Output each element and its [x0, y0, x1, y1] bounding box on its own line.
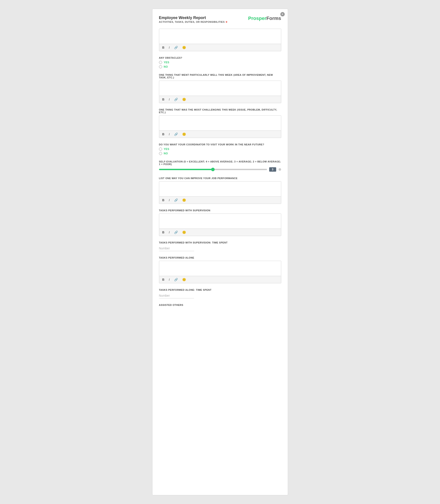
tasks-supervision-emoji-btn[interactable]: 🙂 — [181, 230, 187, 234]
logo: ProsperForms — [248, 15, 281, 21]
logo-prosper: Prosper — [248, 15, 266, 21]
tasks-alone-editor: B I 🔗 🙂 — [159, 261, 281, 283]
activities-link-btn[interactable]: 🔗 — [173, 45, 179, 50]
improve-performance-link-btn[interactable]: 🔗 — [173, 198, 179, 202]
coordinator-yes-radio[interactable] — [159, 148, 162, 151]
challenging-italic-btn[interactable]: I — [168, 132, 171, 136]
went-well-label: ONE THING THAT WENT PARTICULARLY WELL TH… — [159, 74, 281, 79]
activities-bold-btn[interactable]: B — [161, 45, 165, 50]
tasks-alone-bold-btn[interactable]: B — [161, 277, 165, 282]
close-button[interactable]: × — [280, 12, 285, 16]
went-well-emoji-btn[interactable]: 🙂 — [181, 97, 187, 102]
activities-textarea[interactable] — [159, 29, 281, 44]
obstacles-no-label[interactable]: NO — [159, 65, 281, 68]
tasks-supervision-toolbar: B I 🔗 🙂 — [159, 229, 281, 236]
tasks-supervision-italic-btn[interactable]: I — [168, 230, 171, 234]
coordinator-yes-label[interactable]: YES — [159, 148, 281, 151]
coordinator-radio-group: YES NO — [159, 148, 281, 155]
obstacles-no-radio[interactable] — [159, 65, 162, 68]
tasks-supervision-bold-btn[interactable]: B — [161, 230, 165, 234]
activities-editor: B I 🔗 🙂 — [159, 29, 281, 51]
challenging-toolbar: B I 🔗 🙂 — [159, 131, 281, 138]
self-evaluation-slider-container: 3 ⊗ — [159, 167, 281, 172]
improve-performance-bold-btn[interactable]: B — [161, 198, 165, 202]
tasks-alone-textarea[interactable] — [159, 261, 281, 276]
obstacles-yes-label[interactable]: YES — [159, 61, 281, 64]
obstacles-yes-radio[interactable] — [159, 61, 162, 64]
form-header: Employee Weekly Report ACTIVITIES, TASKS… — [159, 15, 281, 23]
tasks-alone-link-btn[interactable]: 🔗 — [173, 277, 179, 282]
tasks-supervision-editor: B I 🔗 🙂 — [159, 214, 281, 236]
activities-italic-btn[interactable]: I — [168, 45, 171, 50]
improve-performance-textarea[interactable] — [159, 181, 281, 196]
form-title: Employee Weekly Report — [159, 15, 228, 20]
improve-performance-label: LIST ONE WAY YOU CAN IMPROVE YOUR JOB PE… — [159, 177, 281, 179]
tasks-alone-italic-btn[interactable]: I — [168, 277, 171, 282]
tasks-supervision-time-label: TASKS PERFORMED WITH SUPERVISION: TIME S… — [159, 241, 281, 244]
self-evaluation-section: SELF-EVALUATION (5 = EXCELLENT; 4 = ABOV… — [159, 160, 281, 172]
improve-performance-editor: B I 🔗 🙂 — [159, 181, 281, 204]
tasks-alone-section: TASKS PERFORMED ALONE B I 🔗 🙂 — [159, 256, 281, 283]
self-evaluation-value: 3 — [269, 167, 276, 172]
logo-text: ProsperForms — [248, 15, 281, 21]
challenging-textarea[interactable] — [159, 116, 281, 131]
tasks-alone-time-label: TASKS PERFORMED ALONE: TIME SPENT — [159, 288, 281, 291]
tasks-alone-toolbar: B I 🔗 🙂 — [159, 276, 281, 283]
improve-performance-italic-btn[interactable]: I — [168, 198, 171, 202]
slider-clear-btn[interactable]: ⊗ — [278, 168, 281, 171]
coordinator-no-label[interactable]: NO — [159, 152, 281, 155]
tasks-supervision-label: TASKS PERFORMED WITH SUPERVISION — [159, 209, 281, 212]
activities-toolbar: B I 🔗 🙂 — [159, 44, 281, 51]
tasks-alone-emoji-btn[interactable]: 🙂 — [181, 277, 187, 282]
went-well-section: ONE THING THAT WENT PARTICULARLY WELL TH… — [159, 74, 281, 103]
tasks-supervision-time-section: TASKS PERFORMED WITH SUPERVISION: TIME S… — [159, 241, 281, 251]
improve-performance-toolbar: B I 🔗 🙂 — [159, 196, 281, 204]
form-subtitle: ACTIVITIES, TASKS, DUTIES, OR RESPONSIBI… — [159, 21, 228, 23]
coordinator-label: DO YOU WANT YOUR COORDINATOR TO VISIT YO… — [159, 143, 281, 146]
went-well-toolbar: B I 🔗 🙂 — [159, 96, 281, 103]
tasks-supervision-link-btn[interactable]: 🔗 — [173, 230, 179, 234]
improve-performance-section: LIST ONE WAY YOU CAN IMPROVE YOUR JOB PE… — [159, 177, 281, 204]
form-container: × Employee Weekly Report ACTIVITIES, TAS… — [152, 9, 288, 495]
challenging-emoji-btn[interactable]: 🙂 — [181, 132, 187, 136]
went-well-italic-btn[interactable]: I — [168, 97, 171, 102]
improve-performance-emoji-btn[interactable]: 🙂 — [181, 198, 187, 202]
activities-emoji-btn[interactable]: 🙂 — [181, 45, 187, 50]
challenging-bold-btn[interactable]: B — [161, 132, 165, 136]
went-well-bold-btn[interactable]: B — [161, 97, 165, 102]
obstacles-section: ANY OBSTACLES? YES NO — [159, 56, 281, 68]
challenging-section: ONE THING THAT WAS THE MOST CHALLENGING … — [159, 108, 281, 138]
went-well-link-btn[interactable]: 🔗 — [173, 97, 179, 102]
logo-forms: Forms — [266, 15, 281, 21]
activities-section: B I 🔗 🙂 — [159, 29, 281, 51]
self-evaluation-slider[interactable] — [159, 169, 267, 170]
tasks-alone-label: TASKS PERFORMED ALONE — [159, 256, 281, 259]
assisted-others-section: ASSISTED OTHERS — [159, 304, 281, 306]
challenging-editor: B I 🔗 🙂 — [159, 115, 281, 138]
tasks-supervision-time-input[interactable] — [159, 246, 194, 251]
coordinator-section: DO YOU WANT YOUR COORDINATOR TO VISIT YO… — [159, 143, 281, 155]
required-star: ★ — [225, 21, 228, 23]
obstacles-label: ANY OBSTACLES? — [159, 56, 281, 59]
tasks-alone-time-section: TASKS PERFORMED ALONE: TIME SPENT — [159, 288, 281, 299]
coordinator-no-radio[interactable] — [159, 152, 162, 155]
assisted-others-label: ASSISTED OTHERS — [159, 304, 281, 306]
tasks-alone-time-input[interactable] — [159, 293, 194, 299]
tasks-supervision-section: TASKS PERFORMED WITH SUPERVISION B I 🔗 🙂 — [159, 209, 281, 236]
self-evaluation-label: SELF-EVALUATION (5 = EXCELLENT; 4 = ABOV… — [159, 160, 281, 165]
challenging-label: ONE THING THAT WAS THE MOST CHALLENGING … — [159, 108, 281, 114]
went-well-textarea[interactable] — [159, 81, 281, 96]
challenging-link-btn[interactable]: 🔗 — [173, 132, 179, 136]
obstacles-radio-group: YES NO — [159, 61, 281, 68]
form-title-block: Employee Weekly Report ACTIVITIES, TASKS… — [159, 15, 228, 23]
went-well-editor: B I 🔗 🙂 — [159, 81, 281, 103]
tasks-supervision-textarea[interactable] — [159, 214, 281, 229]
